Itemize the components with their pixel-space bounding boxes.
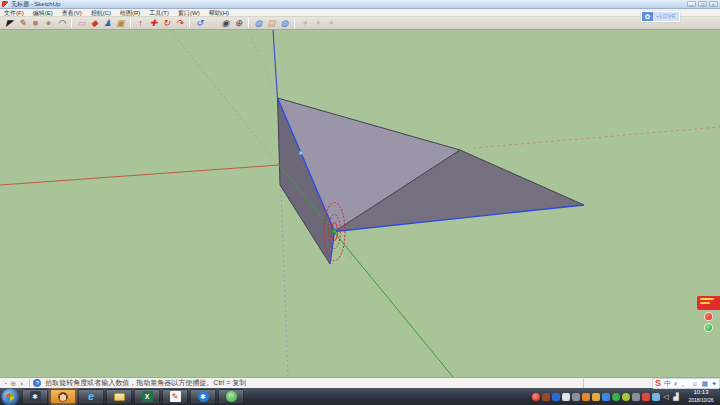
ime-emoji-icon[interactable]: ☺ [691, 379, 698, 388]
tray-icon-blue[interactable] [552, 393, 560, 401]
menu-view[interactable]: 查看(V) [62, 9, 82, 17]
tray-icon-red[interactable] [532, 393, 540, 401]
model-canvas[interactable] [0, 30, 720, 377]
texture-button[interactable]: ▣ [114, 17, 127, 29]
tray-icon-green[interactable] [612, 393, 620, 401]
globe-icon: ◍ [281, 17, 289, 29]
disabled-tool-icon: ✦ [327, 17, 335, 29]
texture-icon: ▣ [116, 17, 125, 29]
red-banner-ad[interactable] [697, 296, 720, 310]
tray-icon-lime[interactable] [622, 393, 630, 401]
geolocation-icon[interactable]: ◔ [3, 379, 7, 388]
offset-tool-button[interactable]: ↷ [173, 17, 186, 29]
rotate-tool-button[interactable]: ↻ [160, 17, 173, 29]
menu-help[interactable]: 帮助(H) [209, 9, 229, 17]
pan-hand-icon: ☞ [208, 17, 216, 29]
menu-camera[interactable]: 相机(C) [91, 9, 111, 17]
help-icon[interactable]: ? [33, 379, 41, 387]
minimize-button[interactable]: — [687, 1, 696, 7]
warehouse-button[interactable]: ◍ [252, 17, 265, 29]
tray-icon-scarlet[interactable] [642, 393, 650, 401]
tray-icon-brown[interactable] [542, 393, 550, 401]
select-tool-button[interactable]: ◤ [3, 17, 16, 29]
taskbar-app-wechat[interactable]: ◠ [218, 389, 244, 404]
zoom-extents-button[interactable]: ⊕ [232, 17, 245, 29]
toolbar-separator [248, 18, 249, 28]
disabled-tool-button[interactable]: ✦ [298, 17, 311, 29]
rectangle-tool-button[interactable]: ■ [29, 17, 42, 29]
measurement-box-separator [583, 379, 584, 388]
menu-edit[interactable]: 编辑(E) [33, 9, 53, 17]
styles-icon: ▤ [267, 17, 276, 29]
taskbar-app-explorer[interactable] [106, 389, 132, 404]
start-button[interactable] [2, 389, 18, 405]
orbit-tool-button[interactable]: ↺ [193, 17, 206, 29]
edge-inference-point [300, 152, 303, 155]
disabled-tool-button[interactable]: ✦ [311, 17, 324, 29]
zoom-tool-button[interactable]: ◉ [219, 17, 232, 29]
close-button[interactable]: ✕ [709, 1, 718, 7]
utility-app-icon: ✱ [30, 391, 41, 402]
tray-icon-gray[interactable] [572, 393, 580, 401]
menu-tools[interactable]: 工具(T) [149, 9, 169, 17]
paint-bucket-icon: ◆ [91, 17, 98, 29]
move-tool-button[interactable]: ✚ [147, 17, 160, 29]
blue-fan-icon: ✱ [198, 391, 209, 402]
volume-icon[interactable]: ◁ [662, 393, 670, 401]
maximize-button[interactable]: ❐ [698, 1, 707, 7]
menu-window[interactable]: 窗口(W) [178, 9, 200, 17]
ime-fullwidth-icon[interactable]: ◐ [674, 379, 678, 388]
layers-button[interactable]: ◍ [278, 17, 291, 29]
orbit-icon: ↺ [196, 17, 204, 29]
desktop: 无标题 - SketchUp — ❐ ✕ 文件(F) 编辑(E) 查看(V) 相… [0, 0, 720, 405]
push-pull-button[interactable]: ↑ [134, 17, 147, 29]
ime-keyboard-icon[interactable]: ▦ [702, 379, 709, 388]
network-icon[interactable]: ▟ [672, 393, 680, 401]
status-hint-text: 拾取旋转角度或者输入数值，拖动量角器以方便捕捉。Ctrl = 复制 [45, 378, 246, 388]
pan-tool-button[interactable]: ☞ [206, 17, 219, 29]
tray-icon-slate[interactable] [632, 393, 640, 401]
disabled-tool-button[interactable]: ✦ [324, 17, 337, 29]
menu-draw[interactable]: 绘图(R) [120, 9, 140, 17]
paint-bucket-button[interactable]: ◆ [88, 17, 101, 29]
push-pull-icon: ↑ [138, 17, 143, 29]
folder-icon [114, 393, 125, 401]
rectangle-icon: ■ [33, 17, 38, 29]
taskbar-app-utility[interactable]: ✱ [22, 389, 48, 404]
eraser-tool-button[interactable]: ▭ [75, 17, 88, 29]
arc-tool-button[interactable]: ◠ [55, 17, 68, 29]
taskbar-app-editor[interactable]: ✎ [162, 389, 188, 404]
taskbar-clock[interactable]: 10:13 2018/10/26 [684, 389, 718, 403]
taskbar-app-browser[interactable]: ✱ [190, 389, 216, 404]
make-component-button[interactable]: ♟ [101, 17, 114, 29]
credit-icon[interactable]: ⊕ [10, 379, 16, 388]
status-bar: ◔ ⊕ ◑ ? 拾取旋转角度或者输入数值，拖动量角器以方便捕捉。Ctrl = 复… [0, 377, 720, 388]
taskbar-app-ie[interactable]: e [78, 389, 104, 404]
ime-punctuation-icon[interactable]: 。 [681, 379, 688, 388]
zoom-icon: ◉ [222, 17, 230, 29]
disabled-tool-icon: ✦ [314, 17, 322, 29]
line-tool-button[interactable]: ✎ [16, 17, 29, 29]
signin-icon[interactable]: ◑ [19, 379, 23, 388]
taskbar-app-qq[interactable] [50, 389, 76, 404]
eraser-icon: ▭ [77, 17, 86, 29]
menu-bar: 文件(F) 编辑(E) 查看(V) 相机(C) 绘图(R) 工具(T) 窗口(W… [0, 9, 720, 17]
circle-tool-button[interactable]: ● [42, 17, 55, 29]
sogou-logo-icon[interactable]: S [655, 379, 661, 388]
ime-language-icon[interactable]: 中 [664, 379, 671, 388]
menu-file[interactable]: 文件(F) [4, 9, 24, 17]
tray-icon-azure[interactable] [652, 393, 660, 401]
styles-button[interactable]: ▤ [265, 17, 278, 29]
tray-icon-orange[interactable] [582, 393, 590, 401]
rotate-anchor-point [333, 230, 337, 234]
taskbar-app-excel[interactable]: X [134, 389, 160, 404]
tray-icon-amber[interactable] [592, 393, 600, 401]
green-service-icon[interactable] [704, 323, 713, 332]
viewport-3d[interactable] [0, 30, 720, 377]
tray-icon-skyblue[interactable] [602, 393, 610, 401]
component-icon: ♟ [103, 17, 111, 29]
tray-icon-light[interactable] [562, 393, 570, 401]
red-gift-icon[interactable] [704, 312, 713, 321]
ime-toolbox-icon[interactable]: ✦ [711, 379, 717, 388]
promo-badge[interactable]: ✿ +LOVE [641, 11, 680, 22]
